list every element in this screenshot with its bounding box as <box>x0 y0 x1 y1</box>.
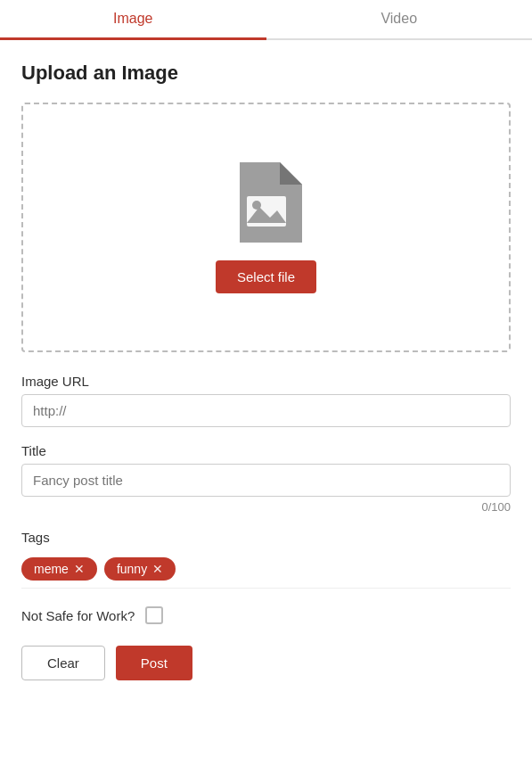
image-url-label: Image URL <box>21 374 511 389</box>
tab-image[interactable]: Image <box>0 0 266 40</box>
title-input[interactable] <box>21 464 511 497</box>
nsfw-label: Not Safe for Work? <box>21 608 135 623</box>
tag-meme-label: meme <box>34 562 69 576</box>
nsfw-checkbox[interactable] <box>145 606 163 624</box>
upload-dropzone[interactable]: Select file <box>21 103 511 352</box>
clear-button[interactable]: Clear <box>21 646 105 680</box>
select-file-button[interactable]: Select file <box>216 260 316 293</box>
title-group: Title 0/100 <box>21 443 511 514</box>
page-title: Upload an Image <box>21 62 511 85</box>
post-button[interactable]: Post <box>116 646 192 680</box>
tab-video[interactable]: Video <box>266 0 533 40</box>
main-content: Upload an Image Select file Image URL Ti… <box>0 62 532 702</box>
file-image-icon <box>231 162 302 243</box>
tags-container[interactable]: meme ✕ funny ✕ <box>21 550 511 589</box>
action-row: Clear Post <box>21 646 511 680</box>
title-label: Title <box>21 443 511 458</box>
image-url-group: Image URL <box>21 374 511 427</box>
tag-funny: funny ✕ <box>104 557 176 581</box>
tags-group: Tags meme ✕ funny ✕ <box>21 530 511 589</box>
tag-meme-remove[interactable]: ✕ <box>74 563 85 575</box>
tag-meme: meme ✕ <box>21 557 97 581</box>
char-count: 0/100 <box>21 500 511 514</box>
image-url-input[interactable] <box>21 394 511 427</box>
tag-funny-label: funny <box>117 562 147 576</box>
nsfw-row: Not Safe for Work? <box>21 606 511 624</box>
tags-label: Tags <box>21 530 511 545</box>
tab-bar: Image Video <box>0 0 532 40</box>
tag-funny-remove[interactable]: ✕ <box>152 563 163 575</box>
